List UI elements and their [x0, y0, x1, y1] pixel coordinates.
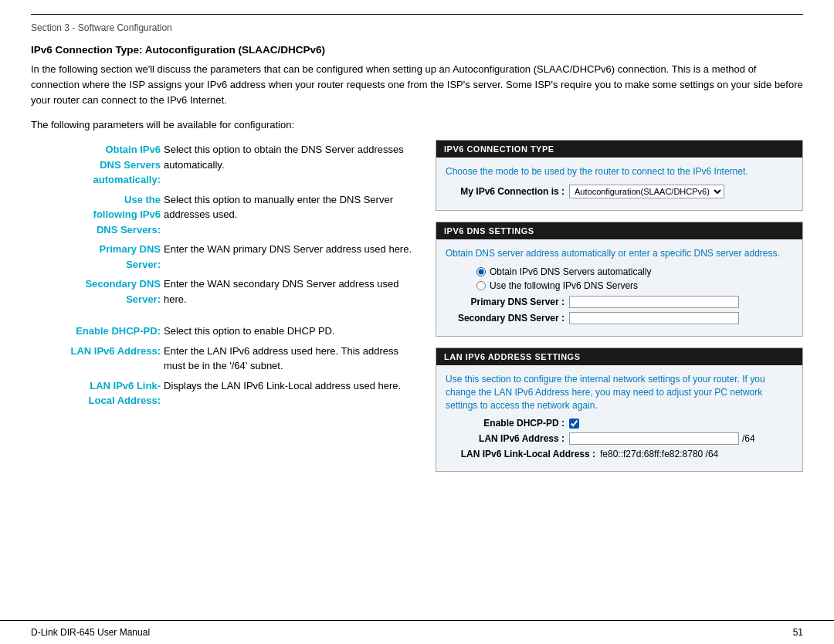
- radio-obtain-auto-row: Obtain IPv6 DNS Servers automatically: [446, 266, 793, 277]
- footer: D-Link DIR-645 User Manual 51: [0, 620, 834, 644]
- param-label-use-following: Use thefollowing IPv6DNS Servers:: [31, 190, 162, 240]
- panel2-desc: Obtain DNS server address automatically …: [446, 247, 793, 260]
- secondary-dns-label: Secondary DNS Server :: [446, 313, 569, 324]
- param-desc-obtain-ipv6: Select this option to obtain the DNS Ser…: [162, 140, 417, 190]
- lan-ipv6-address-settings-panel: LAN IPV6 ADDRESS SETTINGS Use this secti…: [436, 347, 803, 472]
- intro-paragraph: In the following section we'll discuss t…: [31, 62, 803, 108]
- param-row-use-following: Use thefollowing IPv6DNS Servers: Select…: [31, 190, 417, 240]
- param-descriptions: Obtain IPv6DNS Serversautomatically: Sel…: [31, 140, 417, 411]
- ipv6-connection-type-panel: IPV6 CONNECTION TYPE Choose the mode to …: [436, 140, 803, 211]
- param-label-primary-dns: Primary DNSServer:: [31, 239, 162, 274]
- following-text: The following parameters will be availab…: [31, 119, 803, 130]
- panel1-connection-row: My IPv6 Connection is : Autoconfiguratio…: [446, 185, 793, 198]
- lan-ipv6-address-input[interactable]: [569, 432, 739, 445]
- ipv6-dns-settings-panel: IPV6 DNS SETTINGS Obtain DNS server addr…: [436, 222, 803, 337]
- panel1-desc: Choose the mode to be used by the router…: [446, 165, 793, 178]
- radio-use-following-label: Use the following IPv6 DNS Servers: [490, 280, 638, 291]
- param-row-secondary-dns: Secondary DNSServer: Enter the WAN secon…: [31, 274, 417, 309]
- primary-dns-label: Primary DNS Server :: [446, 297, 569, 307]
- ui-panels: IPV6 CONNECTION TYPE Choose the mode to …: [436, 140, 803, 483]
- param-label-secondary-dns: Secondary DNSServer:: [31, 274, 162, 309]
- section-header: Section 3 - Software Configuration: [31, 22, 803, 33]
- dhcp-pd-checkbox[interactable]: [569, 419, 579, 429]
- param-desc-secondary-dns: Enter the WAN secondary DNS Server addre…: [162, 274, 417, 309]
- footer-right: 51: [793, 627, 803, 638]
- radio-use-following[interactable]: [476, 281, 486, 290]
- param-label-lan-ipv6: LAN IPv6 Address:: [31, 341, 162, 376]
- footer-left: D-Link DIR-645 User Manual: [31, 627, 150, 638]
- param-desc-use-following: Select this option to manually enter the…: [162, 190, 417, 240]
- dhcp-pd-label: Enable DHCP-PD :: [446, 418, 569, 429]
- panel2-header: IPV6 DNS SETTINGS: [436, 222, 802, 239]
- param-row-dhcp-pd: Enable DHCP-PD: Select this option to en…: [31, 321, 417, 341]
- ipv6-connection-select[interactable]: Autoconfiguration(SLAAC/DHCPv6): [569, 185, 724, 198]
- page-title: IPv6 Connection Type: Autoconfiguration …: [31, 44, 803, 56]
- dhcp-pd-row: Enable DHCP-PD :: [446, 418, 793, 429]
- panel1-connection-label: My IPv6 Connection is :: [446, 186, 569, 197]
- param-label-lan-link-local: LAN IPv6 Link-Local Address:: [31, 376, 162, 411]
- lan-ipv6-address-row: LAN IPv6 Address : /64: [446, 432, 793, 445]
- radio-obtain-auto-label: Obtain IPv6 DNS Servers automatically: [490, 266, 651, 277]
- radio-obtain-auto[interactable]: [476, 267, 486, 276]
- param-row-obtain-ipv6: Obtain IPv6DNS Serversautomatically: Sel…: [31, 140, 417, 190]
- secondary-dns-row: Secondary DNS Server :: [446, 312, 793, 324]
- panel1-header: IPV6 CONNECTION TYPE: [436, 141, 802, 158]
- param-label-obtain-ipv6: Obtain IPv6DNS Serversautomatically:: [31, 140, 162, 190]
- param-desc-lan-link-local: Displays the LAN IPv6 Link-Local address…: [162, 376, 417, 411]
- panel3-header: LAN IPV6 ADDRESS SETTINGS: [436, 348, 802, 365]
- param-row-primary-dns: Primary DNSServer: Enter the WAN primary…: [31, 239, 417, 274]
- radio-use-following-row: Use the following IPv6 DNS Servers: [446, 280, 793, 291]
- primary-dns-input[interactable]: [569, 296, 739, 308]
- param-desc-primary-dns: Enter the WAN primary DNS Server address…: [162, 239, 417, 274]
- param-row-lan-link-local: LAN IPv6 Link-Local Address: Displays th…: [31, 376, 417, 411]
- primary-dns-row: Primary DNS Server :: [446, 296, 793, 308]
- param-desc-lan-ipv6: Enter the LAN IPv6 address used here. Th…: [162, 341, 417, 376]
- param-label-dhcp-pd: Enable DHCP-PD:: [31, 321, 162, 341]
- lan-link-local-label: LAN IPv6 Link-Local Address :: [446, 449, 600, 459]
- param-desc-dhcp-pd: Select this option to enable DHCP PD.: [162, 321, 417, 341]
- secondary-dns-input[interactable]: [569, 312, 739, 324]
- slash64-label: /64: [742, 433, 755, 444]
- param-row-lan-ipv6: LAN IPv6 Address: Enter the LAN IPv6 add…: [31, 341, 417, 376]
- panel3-desc: Use this section to configure the intern…: [446, 373, 793, 412]
- lan-link-local-value: fe80::f27d:68ff:fe82:8780 /64: [600, 449, 718, 459]
- lan-ipv6-address-label: LAN IPv6 Address :: [446, 433, 569, 444]
- lan-link-local-row: LAN IPv6 Link-Local Address : fe80::f27d…: [446, 449, 793, 459]
